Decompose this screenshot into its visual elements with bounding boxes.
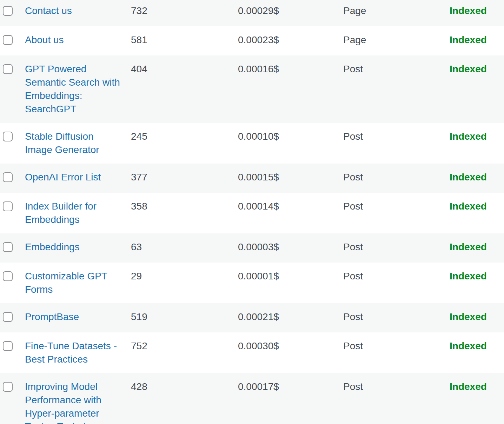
item-title-link[interactable]: PromptBase (25, 311, 79, 322)
status-badge: Indexed (450, 381, 487, 392)
table-row: Contact us 732 0.00029$ Page Indexed (0, 0, 504, 26)
table-row: Stable Diffusion Image Generator 245 0.0… (0, 123, 504, 164)
item-title-link[interactable]: Index Builder for Embeddings (25, 201, 97, 225)
table-body: Contact us 732 0.00029$ Page Indexed Abo… (0, 0, 504, 424)
cost-value: 0.00029$ (238, 0, 343, 26)
token-count: 404 (131, 55, 238, 123)
item-title-link[interactable]: OpenAI Error List (25, 172, 101, 183)
token-count: 519 (131, 303, 238, 332)
content-type: Post (343, 164, 450, 193)
cost-value: 0.00014$ (238, 193, 343, 233)
token-count: 63 (131, 233, 238, 263)
token-count: 377 (131, 164, 238, 193)
token-count: 29 (131, 263, 238, 303)
cost-value: 0.00017$ (238, 373, 343, 424)
token-count: 358 (131, 193, 238, 233)
status-badge: Indexed (450, 271, 487, 281)
table-row: PromptBase 519 0.00021$ Post Indexed (0, 303, 504, 332)
cost-value: 0.00003$ (238, 233, 343, 263)
table-row: About us 581 0.00023$ Page Indexed (0, 26, 504, 55)
cost-value: 0.00023$ (238, 26, 343, 55)
table-row: Improving Model Performance with Hyper-p… (0, 373, 504, 424)
cost-value: 0.00021$ (238, 303, 343, 332)
content-type: Post (343, 233, 450, 263)
item-title-link[interactable]: Contact us (25, 5, 72, 16)
row-checkbox[interactable] (3, 132, 13, 141)
table-row: Index Builder for Embeddings 358 0.00014… (0, 193, 504, 233)
token-count: 732 (131, 0, 238, 26)
item-title-link[interactable]: Fine-Tune Datasets - Best Practices (25, 340, 117, 365)
token-count: 581 (131, 26, 238, 55)
content-type: Post (343, 373, 450, 424)
status-badge: Indexed (450, 311, 487, 322)
row-checkbox[interactable] (3, 271, 13, 281)
row-checkbox[interactable] (3, 6, 13, 16)
cost-value: 0.00010$ (238, 123, 343, 164)
row-checkbox[interactable] (3, 64, 13, 74)
table-row: OpenAI Error List 377 0.00015$ Post Inde… (0, 164, 504, 193)
status-badge: Indexed (450, 34, 487, 45)
item-title-link[interactable]: About us (25, 34, 64, 45)
item-title-link[interactable]: Improving Model Performance with Hyper-p… (25, 381, 107, 424)
status-badge: Indexed (450, 340, 487, 351)
row-checkbox[interactable] (3, 341, 13, 351)
status-badge: Indexed (450, 64, 487, 74)
item-title-link[interactable]: Stable Diffusion Image Generator (25, 131, 99, 155)
status-badge: Indexed (450, 172, 487, 183)
status-badge: Indexed (450, 5, 487, 16)
table-row: Customizable GPT Forms 29 0.00001$ Post … (0, 263, 504, 303)
content-type: Page (343, 0, 450, 26)
cost-value: 0.00001$ (238, 263, 343, 303)
content-type: Post (343, 193, 450, 233)
status-badge: Indexed (450, 241, 487, 252)
content-type: Post (343, 123, 450, 164)
row-checkbox[interactable] (3, 35, 13, 45)
table-row: Embeddings 63 0.00003$ Post Indexed (0, 233, 504, 263)
item-title-link[interactable]: GPT Powered Semantic Search with Embeddi… (25, 64, 120, 114)
row-checkbox[interactable] (3, 312, 13, 322)
row-checkbox[interactable] (3, 172, 13, 182)
status-badge: Indexed (450, 201, 487, 212)
token-count: 245 (131, 123, 238, 164)
cost-value: 0.00015$ (238, 164, 343, 193)
table-row: GPT Powered Semantic Search with Embeddi… (0, 55, 504, 123)
content-type: Post (343, 332, 450, 373)
item-title-link[interactable]: Embeddings (25, 241, 80, 252)
status-badge: Indexed (450, 131, 487, 142)
content-items-table: Contact us 732 0.00029$ Page Indexed Abo… (0, 0, 504, 424)
token-count: 752 (131, 332, 238, 373)
cost-value: 0.00016$ (238, 55, 343, 123)
content-type: Post (343, 303, 450, 332)
content-type: Post (343, 263, 450, 303)
content-type: Post (343, 55, 450, 123)
table-row: Fine-Tune Datasets - Best Practices 752 … (0, 332, 504, 373)
item-title-link[interactable]: Customizable GPT Forms (25, 271, 107, 295)
content-type: Page (343, 26, 450, 55)
row-checkbox[interactable] (3, 201, 13, 211)
cost-value: 0.00030$ (238, 332, 343, 373)
row-checkbox[interactable] (3, 242, 13, 252)
token-count: 428 (131, 373, 238, 424)
row-checkbox[interactable] (3, 382, 13, 392)
